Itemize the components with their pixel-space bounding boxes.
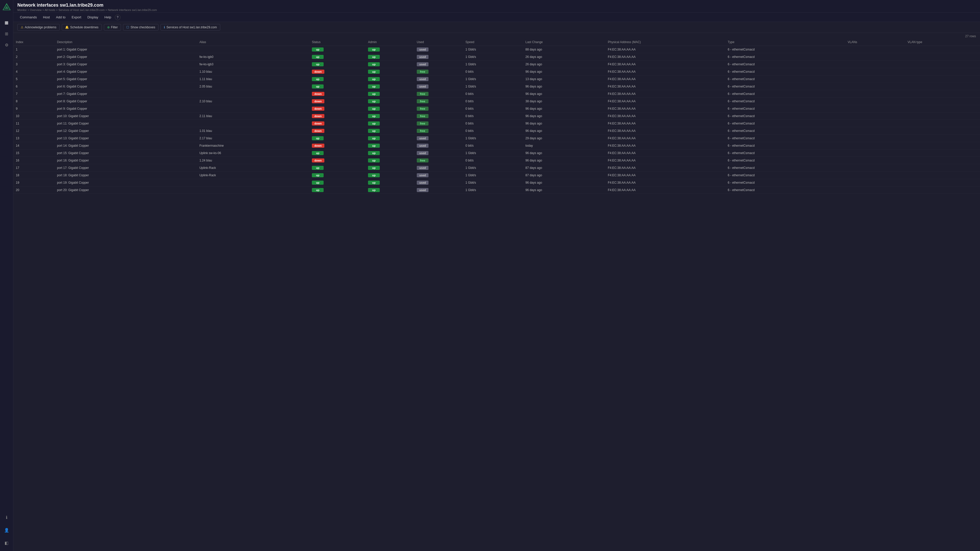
table-row[interactable]: 6 port 6: Gigabit Copper 2.05 blau up up… (13, 83, 980, 90)
filter-button[interactable]: ⊛ Filter (104, 24, 121, 30)
cell-desc: port 4: Gigabit Copper (55, 68, 197, 76)
checkboxes-label: Show checkboxes (130, 25, 155, 29)
cell-admin: up (366, 105, 414, 113)
table-row[interactable]: 9 port 9: Gigabit Copper down up free 0 … (13, 105, 980, 113)
cell-alias: Frankiermaschine (197, 142, 309, 149)
schedule-downtimes-button[interactable]: 🔔 Schedule downtimes (62, 24, 102, 30)
col-header-admin[interactable]: Admin (366, 38, 414, 46)
table-row[interactable]: 1 port 1: Gigabit Copper up up used 1 Gb… (13, 46, 980, 53)
col-header-lastchange[interactable]: Last Change (523, 38, 605, 46)
cell-index: 17 (13, 164, 55, 171)
table-row[interactable]: 16 port 16: Gigabit Copper 1.24 blau dow… (13, 157, 980, 164)
cell-alias: 2.11 blau (197, 113, 309, 120)
cell-alias: 2.10 blau (197, 98, 309, 105)
display-menu[interactable]: Display (85, 14, 101, 20)
col-header-vlantype[interactable]: VLAN type (905, 38, 980, 46)
cell-lastchange: 96 days ago (523, 120, 605, 127)
cell-used: used (414, 149, 463, 157)
table-row[interactable]: 11 port 11: Gigabit Copper down up free … (13, 120, 980, 127)
show-checkboxes-button[interactable]: ☐ Show checkboxes (123, 24, 159, 30)
table-row[interactable]: 7 port 7: Gigabit Copper down up free 0 … (13, 90, 980, 98)
cell-vlantype (905, 149, 980, 157)
cell-alias: fw-ks-igb3 (197, 61, 309, 68)
cell-status: up (309, 179, 366, 186)
cell-status: down (309, 68, 366, 76)
commands-menu[interactable]: Commands (18, 14, 39, 20)
table-container[interactable]: Index Description Alias Status Admin Use… (13, 38, 980, 551)
col-header-index[interactable]: Index (13, 38, 55, 46)
help-circle-button[interactable]: ? (115, 14, 121, 20)
cell-index: 8 (13, 98, 55, 105)
cell-alias (197, 90, 309, 98)
cell-vlantype (905, 61, 980, 68)
cell-mac: F4:EC:38:AA:AA:AA (605, 186, 725, 194)
user-icon[interactable]: 👤 (3, 526, 11, 534)
cell-vlantype (905, 113, 980, 120)
cell-type: 6 - ethernetCsmacd (725, 120, 845, 127)
col-header-speed[interactable]: Speed (463, 38, 523, 46)
table-row[interactable]: 2 port 2: Gigabit Copper fw-ks-igb0 up u… (13, 53, 980, 61)
dashboard-icon[interactable]: ▦ (3, 18, 11, 27)
acknowledge-problems-button[interactable]: ⚠ Acknowledge problems (18, 24, 60, 30)
cell-vlans (845, 120, 905, 127)
table-row[interactable]: 20 port 20: Gigabit Copper up up used 1 … (13, 186, 980, 194)
main-content: Network interfaces sw1.lan.tribe29.com M… (13, 0, 980, 551)
table-row[interactable]: 17 port 17: Gigabit Copper Uplink-Rack u… (13, 164, 980, 171)
cell-mac: F4:EC:38:AA:AA:AA (605, 179, 725, 186)
bell-icon: 🔔 (65, 25, 69, 29)
col-header-status[interactable]: Status (309, 38, 366, 46)
col-header-used[interactable]: Used (414, 38, 463, 46)
cell-type: 6 - ethernetCsmacd (725, 127, 845, 135)
export-menu[interactable]: Export (69, 14, 84, 20)
table-row[interactable]: 10 port 10: Gigabit Copper 2.11 blau dow… (13, 113, 980, 120)
cell-admin: up (366, 171, 414, 179)
cell-used: used (414, 142, 463, 149)
cell-alias: 2.17 blau (197, 135, 309, 142)
settings-icon[interactable]: ⚙ (3, 41, 11, 49)
grid-icon[interactable]: ⊞ (3, 30, 11, 38)
cell-vlantype (905, 98, 980, 105)
info-icon[interactable]: ℹ (3, 513, 11, 521)
cell-vlans (845, 105, 905, 113)
table-row[interactable]: 12 port 12: Gigabit Copper 1.01 blau dow… (13, 127, 980, 135)
cell-desc: port 15: Gigabit Copper (55, 149, 197, 157)
table-row[interactable]: 4 port 4: Gigabit Copper 1.10 blau down … (13, 68, 980, 76)
table-row[interactable]: 19 port 19: Gigabit Copper up up used 1 … (13, 179, 980, 186)
addto-menu[interactable]: Add to (53, 14, 68, 20)
cell-type: 6 - ethernetCsmacd (725, 76, 845, 83)
cell-desc: port 16: Gigabit Copper (55, 157, 197, 164)
cell-vlantype (905, 76, 980, 83)
col-header-vlans[interactable]: VLANs (845, 38, 905, 46)
cell-lastchange: 96 days ago (523, 149, 605, 157)
cell-type: 6 - ethernetCsmacd (725, 113, 845, 120)
table-row[interactable]: 13 port 13: Gigabit Copper 2.17 blau up … (13, 135, 980, 142)
cell-used: free (414, 98, 463, 105)
cell-desc: port 12: Gigabit Copper (55, 127, 197, 135)
col-header-mac[interactable]: Physical Address (MAC) (605, 38, 725, 46)
cell-vlans (845, 98, 905, 105)
cell-alias: 2.05 blau (197, 83, 309, 90)
cell-type: 6 - ethernetCsmacd (725, 164, 845, 171)
table-row[interactable]: 5 port 5: Gigabit Copper 1.11 blau up up… (13, 76, 980, 83)
sidebar-toggle-icon[interactable]: ◧ (3, 539, 11, 547)
table-row[interactable]: 14 port 14: Gigabit Copper Frankiermasch… (13, 142, 980, 149)
host-menu[interactable]: Host (40, 14, 52, 20)
cell-alias: 1.01 blau (197, 127, 309, 135)
table-row[interactable]: 18 port 18: Gigabit Copper Uplink-Rack u… (13, 171, 980, 179)
app-logo[interactable] (2, 3, 11, 12)
cell-alias: Uplink-Rack (197, 171, 309, 179)
sidebar: ▦ ⊞ ⚙ ℹ 👤 ◧ (0, 0, 13, 551)
table-row[interactable]: 8 port 8: Gigabit Copper 2.10 blau down … (13, 98, 980, 105)
col-header-type[interactable]: Type (725, 38, 845, 46)
help-menu[interactable]: Help (102, 14, 114, 20)
cell-status: up (309, 149, 366, 157)
table-row[interactable]: 15 port 15: Gigabit Copper Uplink sw-ks-… (13, 149, 980, 157)
table-row[interactable]: 3 port 3: Gigabit Copper fw-ks-igb3 up u… (13, 61, 980, 68)
cell-admin: up (366, 61, 414, 68)
col-header-alias[interactable]: Alias (197, 38, 309, 46)
cell-speed: 0 bit/s (463, 68, 523, 76)
services-host-button[interactable]: ℹ Services of Host sw1.lan.tribe29.com (161, 24, 220, 30)
col-header-description[interactable]: Description (55, 38, 197, 46)
cell-desc: port 3: Gigabit Copper (55, 61, 197, 68)
cell-speed: 1 Gbit/s (463, 46, 523, 53)
